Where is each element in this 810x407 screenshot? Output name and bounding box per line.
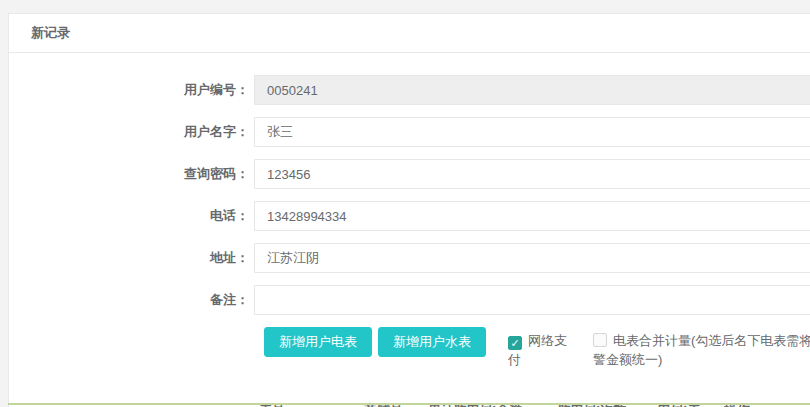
form-row-remarks: 备注：	[9, 285, 810, 315]
meter-table: 表号 商铺号 累计购电/水金额 购电/水次数 电/水表 操作	[254, 395, 810, 407]
new-record-panel: 新记录 用户编号： 用户名字： 查询密码： 电话： 地址： 备注： 新增用户	[8, 13, 810, 407]
checkbox-unchecked-icon	[593, 333, 607, 347]
network-payment-checkbox[interactable]: ✓网络支付	[508, 331, 568, 369]
action-row: 新增用户电表 新增用户水表 ✓网络支付 电表合并计量(勾选后名下电表需将报警金额…	[264, 327, 810, 371]
phone-input[interactable]	[254, 201, 810, 231]
column-header-shop-no: 商铺号	[359, 395, 423, 407]
page-title: 新记录	[31, 24, 70, 42]
column-header-total-amount: 累计购电/水金额	[423, 395, 553, 407]
user-id-input	[254, 75, 810, 105]
user-name-input[interactable]	[254, 117, 810, 147]
checkmark-glyph: ✓	[510, 337, 519, 349]
checkbox-checked-icon: ✓	[508, 336, 522, 350]
meter-table-header-row: 表号 商铺号 累计购电/水金额 购电/水次数 电/水表 操作	[254, 395, 810, 407]
remarks-label: 备注：	[9, 291, 254, 309]
form-row-user-id: 用户编号：	[9, 75, 810, 105]
panel-content: 用户编号： 用户名字： 查询密码： 电话： 地址： 备注： 新增用户电表 新增用…	[9, 53, 810, 407]
query-password-input[interactable]	[254, 159, 810, 189]
address-input[interactable]	[254, 243, 810, 273]
phone-label: 电话：	[9, 207, 254, 225]
column-header-meter-no: 表号	[254, 395, 359, 407]
address-label: 地址：	[9, 249, 254, 267]
query-password-label: 查询密码：	[9, 165, 254, 183]
bottom-divider-line	[8, 403, 810, 405]
add-electric-meter-button[interactable]: 新增用户电表	[264, 327, 372, 357]
merge-metering-label: 电表合并计量(勾选后名下电表需将报警金额统一)	[593, 333, 810, 367]
add-water-meter-button[interactable]: 新增用户水表	[378, 327, 486, 357]
column-header-purchase-times: 购电/水次数	[553, 395, 653, 407]
panel-header: 新记录	[9, 14, 810, 53]
form-row-address: 地址：	[9, 243, 810, 273]
form-row-query-password: 查询密码：	[9, 159, 810, 189]
remarks-input[interactable]	[254, 285, 810, 315]
user-name-label: 用户名字：	[9, 123, 254, 141]
user-id-label: 用户编号：	[9, 81, 254, 99]
column-header-meter-type: 电/水表	[653, 395, 719, 407]
form-row-phone: 电话：	[9, 201, 810, 231]
form-row-user-name: 用户名字：	[9, 117, 810, 147]
merge-metering-checkbox[interactable]: 电表合并计量(勾选后名下电表需将报警金额统一)	[593, 331, 810, 369]
column-header-actions: 操作	[719, 395, 810, 407]
